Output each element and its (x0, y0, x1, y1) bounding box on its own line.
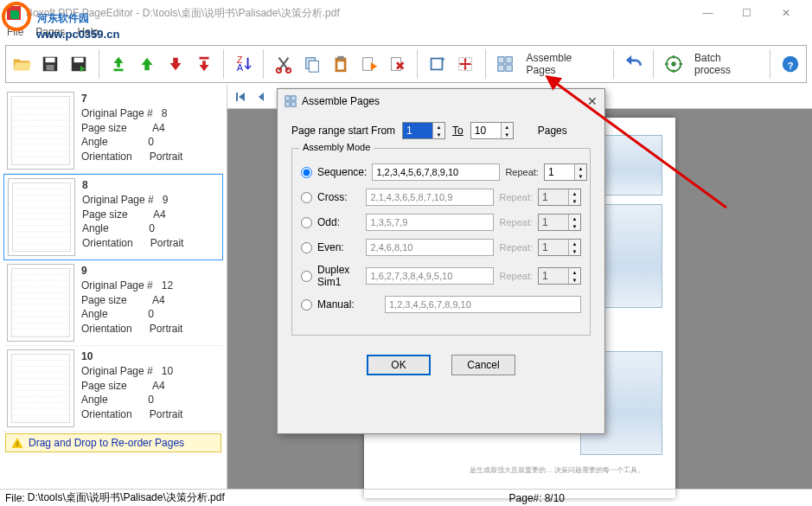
mode-sequence-cross (366, 189, 494, 206)
mode-row-manual: Manual: (301, 296, 581, 313)
mode-sequence-even (366, 239, 494, 256)
sort-button[interactable]: ZA (231, 51, 256, 77)
move-down-button[interactable] (163, 51, 189, 77)
svg-text:A: A (237, 62, 244, 73)
mode-row-cross: Cross: Repeat: ▲▼ (301, 189, 581, 206)
batch-process-icon[interactable] (661, 51, 686, 77)
mode-label-manual: Manual: (317, 298, 380, 311)
menu-file[interactable]: File (7, 26, 23, 43)
mode-label-sequence: Sequence: (317, 166, 367, 178)
repeat-label: Repeat: (499, 192, 533, 202)
save-button[interactable] (38, 51, 63, 77)
save-as-button[interactable] (67, 51, 92, 77)
cancel-button[interactable]: Cancel (451, 355, 515, 375)
pages-label: Pages (538, 125, 567, 137)
range-to-input[interactable]: ▲▼ (470, 122, 514, 139)
minimize-button[interactable]: — (688, 1, 727, 25)
mode-radio-duplex[interactable] (301, 271, 312, 282)
thumb-preview (7, 92, 74, 170)
thumb-info: 8 Original Page # 9 Page size A4 Angle 0… (82, 178, 183, 256)
svg-rect-6 (199, 57, 208, 60)
first-page-button[interactable] (233, 89, 248, 105)
mode-label-even: Even: (317, 241, 361, 253)
range-from-input[interactable]: ▲▼ (402, 122, 445, 139)
svg-rect-23 (506, 65, 512, 71)
svg-text:?: ? (787, 61, 793, 71)
move-bottom-button[interactable] (192, 51, 217, 77)
svg-rect-33 (291, 102, 296, 106)
paste-button[interactable] (328, 51, 353, 77)
dialog-title: Assemble Pages (302, 95, 380, 107)
warning-icon: ! (11, 437, 23, 449)
svg-rect-4 (74, 58, 84, 63)
mode-row-duplex: Duplex Sim1 Repeat: ▲▼ (301, 264, 581, 288)
dialog-close-button[interactable]: ✕ (587, 94, 598, 108)
insert-button[interactable] (356, 51, 381, 77)
assemble-pages-label[interactable]: Assemble Pages (521, 52, 607, 76)
svg-rect-22 (498, 65, 504, 71)
mode-radio-odd[interactable] (301, 217, 312, 228)
delete-button[interactable] (385, 51, 410, 77)
svg-point-9 (276, 68, 281, 74)
status-file-label: File: (5, 492, 25, 504)
mode-radio-manual[interactable] (301, 299, 312, 311)
svg-rect-31 (291, 96, 296, 100)
resize-button[interactable] (453, 51, 478, 77)
svg-rect-18 (432, 59, 443, 70)
thumbnail-item[interactable]: 7 Original Page # 8 Page size A4 Angle 0… (3, 88, 223, 174)
thumbnail-item[interactable]: 9 Original Page # 12 Page size A4 Angle … (3, 260, 223, 346)
mode-sequence-odd (366, 214, 494, 231)
move-top-button[interactable] (106, 51, 131, 77)
mode-radio-cross[interactable] (301, 192, 312, 203)
thumbnail-item[interactable]: 10 Original Page # 10 Page size A4 Angle… (3, 346, 223, 432)
help-button[interactable]: ? (777, 51, 802, 77)
close-button[interactable]: ✕ (766, 1, 805, 25)
maximize-button[interactable]: ☐ (727, 1, 766, 25)
svg-rect-2 (47, 65, 54, 70)
thumb-preview (8, 178, 75, 256)
repeat-label: Repeat: (499, 217, 533, 227)
mode-label-odd: Odd: (317, 216, 361, 228)
svg-rect-20 (498, 57, 504, 63)
repeat-input-odd: ▲▼ (538, 214, 581, 231)
svg-rect-32 (285, 102, 290, 106)
thumb-info: 7 Original Page # 8 Page size A4 Angle 0… (81, 92, 182, 170)
status-file-path: D:\tools\桌面\说明书\Palisade\决策分析.pdf (28, 490, 225, 505)
repeat-input-duplex: ▲▼ (538, 267, 581, 285)
repeat-input-sequence[interactable]: ▲▼ (544, 163, 587, 181)
status-page-value: 8/10 (545, 492, 565, 504)
mode-sequence-sequence[interactable] (372, 163, 500, 181)
ok-button[interactable]: OK (367, 355, 431, 375)
open-button[interactable] (10, 51, 35, 77)
assembly-mode-group: Assembly Mode Sequence: Repeat: ▲▼ Cross… (291, 148, 591, 336)
menu-pages[interactable]: Pages (35, 26, 65, 43)
mode-sequence-duplex (366, 267, 494, 285)
range-from-label: Page range start From (291, 125, 395, 137)
move-up-button[interactable] (135, 51, 160, 77)
assemble-pages-dialog: Assemble Pages ✕ Page range start From ▲… (277, 88, 605, 434)
svg-rect-5 (114, 69, 124, 72)
mode-radio-even[interactable] (301, 242, 312, 253)
thumbnail-panel[interactable]: 7 Original Page # 8 Page size A4 Angle 0… (0, 85, 227, 490)
app-icon (7, 6, 21, 20)
copy-button[interactable] (299, 51, 324, 77)
thumbnail-item[interactable]: 8 Original Page # 9 Page size A4 Angle 0… (3, 174, 223, 260)
menu-help[interactable]: Help (77, 26, 99, 43)
assemble-pages-icon[interactable] (493, 51, 518, 77)
prev-page-button[interactable] (253, 89, 269, 105)
mode-row-sequence: Sequence: Repeat: ▲▼ (301, 163, 581, 181)
toolbar: ZA Assemble Pages Batch process ? (5, 45, 807, 83)
mode-sequence-manual (385, 296, 581, 313)
rotate-button[interactable] (425, 51, 450, 77)
range-to-label: To (452, 125, 464, 137)
svg-rect-14 (337, 56, 343, 60)
group-legend: Assembly Mode (299, 142, 374, 152)
mode-radio-sequence[interactable] (301, 167, 312, 178)
svg-point-25 (671, 61, 676, 67)
undo-button[interactable] (621, 51, 646, 77)
svg-rect-30 (285, 96, 290, 100)
repeat-label: Repeat: (505, 167, 539, 177)
batch-process-label[interactable]: Batch process (689, 52, 763, 76)
svg-point-10 (285, 68, 291, 74)
cut-button[interactable] (271, 51, 296, 77)
